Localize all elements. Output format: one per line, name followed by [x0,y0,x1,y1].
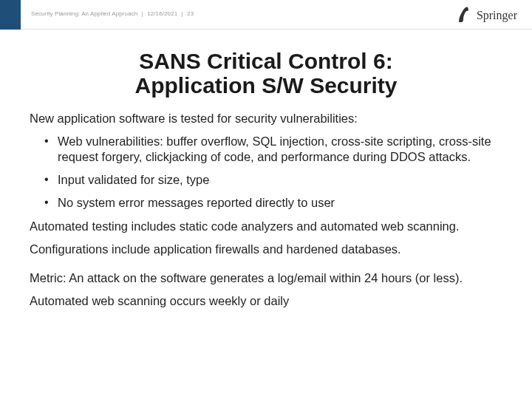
title-line-1: SANS Critical Control 6: [139,49,392,73]
slide-title: SANS Critical Control 6: Application S/W… [30,49,502,98]
intro-paragraph: New application software is tested for s… [30,111,502,126]
bullet-list: Web vulnerabilities: buffer overflow, SQ… [30,134,502,211]
meta-date: 12/16/2021 [147,10,177,17]
title-line-2: Application S/W Security [134,73,397,98]
list-item: Input validated for size, type [44,172,502,188]
paragraph: Configurations include application firew… [30,242,502,257]
slide: Security Planning: An Applied Approach |… [0,0,532,399]
slide-content: SANS Critical Control 6: Application S/W… [30,44,502,316]
paragraph: Automated testing includes static code a… [30,219,502,234]
meta-separator: | [182,10,183,17]
spacer [30,265,502,270]
slide-body: New application software is tested for s… [30,111,502,309]
paragraph: Metric: An attack on the software genera… [30,270,502,286]
list-item: Web vulnerabilities: buffer overflow, SQ… [44,134,502,165]
slide-meta: Security Planning: An Applied Approach |… [31,10,194,17]
paragraph: Automated web scanning occurs weekly or … [30,293,502,309]
meta-title: Security Planning: An Applied Approach [31,10,137,17]
publisher-name: Springer [477,9,517,22]
list-item: No system error messages reported direct… [44,195,502,211]
accent-block [0,0,21,30]
springer-horse-icon [456,4,472,27]
meta-separator: | [142,10,143,17]
meta-page: 23 [187,10,194,17]
header-bar: Security Planning: An Applied Approach |… [0,0,532,30]
publisher-logo: Springer [456,4,517,27]
